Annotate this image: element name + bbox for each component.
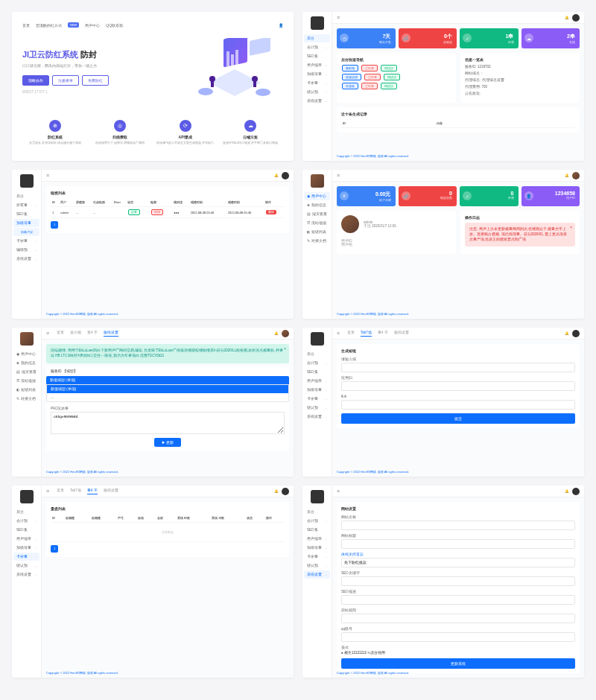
quick-tag[interactable]: 条形规: [342, 65, 358, 71]
menu-toggle-icon[interactable]: ≡: [337, 15, 340, 20]
flush-input[interactable]: [341, 400, 575, 410]
sidebar-item[interactable]: 系统设置⌄: [13, 255, 39, 263]
sidebar-item[interactable]: ▤报灾查看: [304, 210, 330, 218]
user-avatar[interactable]: [572, 172, 580, 179]
tab[interactable]: Tab7场: [70, 489, 81, 494]
dropdown-selected[interactable]: 新值域型 (单项): [46, 376, 289, 384]
tab[interactable]: 首页: [57, 489, 64, 494]
quick-tag[interactable]: 四描款: [381, 65, 397, 71]
delete-button[interactable]: 删除: [266, 210, 276, 214]
user-avatar[interactable]: [572, 14, 580, 22]
sidebar-item[interactable]: 链认预⌄: [304, 561, 330, 570]
pagination[interactable]: 1: [51, 545, 285, 553]
sidebar-item[interactable]: 后台: [13, 508, 39, 516]
free-button[interactable]: 免费防红: [82, 75, 109, 86]
sidebar-item[interactable]: 会计预⌄: [304, 43, 330, 51]
menu-toggle-icon[interactable]: ≡: [46, 173, 49, 178]
avatar[interactable]: [311, 490, 324, 503]
avatar[interactable]: [20, 490, 34, 503]
sidebar-item[interactable]: 用户报率⌄: [13, 535, 39, 543]
pagination[interactable]: 1: [51, 221, 285, 229]
menu-toggle-icon[interactable]: ≡: [337, 331, 340, 336]
save-settings-button[interactable]: 更新系统: [341, 658, 575, 669]
sidebar-item[interactable]: 卡密量⌄: [304, 79, 330, 87]
sidebar-item[interactable]: 卡密量⌄: [304, 553, 330, 561]
sidebar-item[interactable]: 后台: [304, 508, 330, 516]
seo-desc-input[interactable]: [341, 595, 575, 605]
bell-icon[interactable]: 🔔: [565, 489, 569, 493]
sidebar-item[interactable]: ◐短链列表: [304, 228, 330, 236]
sidebar-subitem[interactable]: 加高户议: [13, 228, 39, 236]
sidebar-item[interactable]: ✎对接文档: [304, 237, 330, 245]
sidebar-item[interactable]: 系统设置⌄: [304, 97, 330, 105]
avatar[interactable]: [311, 332, 324, 346]
sidebar-item[interactable]: 用户报率⌄: [304, 61, 330, 69]
user-avatar[interactable]: [282, 172, 289, 179]
quick-tag[interactable]: 三引本: [361, 65, 378, 71]
pac-textarea[interactable]: okbg=969464d: [51, 412, 285, 434]
footer-input[interactable]: [341, 614, 575, 623]
sidebar-item[interactable]: 链认预⌄: [304, 404, 330, 412]
sidebar-item[interactable]: 加级等量⌄: [304, 70, 330, 78]
bell-icon[interactable]: 🔔: [565, 174, 569, 177]
bell-icon[interactable]: 🔔: [565, 16, 569, 19]
sidebar-item[interactable]: 后台: [304, 34, 330, 42]
sidebar-item[interactable]: ◉用户中心: [304, 192, 330, 200]
sidebar-item[interactable]: 系统设置⌄: [304, 413, 330, 421]
sidebar-item[interactable]: ◐短链列表: [13, 386, 39, 394]
site-title-input[interactable]: [341, 539, 575, 549]
menu-toggle-icon[interactable]: ≡: [337, 173, 340, 178]
domain-input[interactable]: [341, 363, 575, 372]
register-button[interactable]: 注册接单: [52, 75, 79, 86]
sidebar-item[interactable]: SEO集: [304, 52, 330, 60]
seo-keywords-input[interactable]: [341, 576, 575, 586]
dropdown-option[interactable]: 新值域型 (单项): [47, 385, 288, 393]
tab[interactable]: Tab7场: [361, 331, 372, 337]
sidebar-item[interactable]: 加级等量⌄: [304, 386, 330, 394]
tab[interactable]: 量4.手: [87, 489, 98, 494]
qq-input[interactable]: [341, 632, 575, 642]
sidebar-item[interactable]: 系统设置⌄: [304, 570, 330, 579]
sidebar-item[interactable]: ▤报灾查看: [13, 368, 39, 376]
sidebar-item[interactable]: 编级预⌄: [13, 246, 39, 254]
sidebar-item[interactable]: SEO集: [304, 368, 330, 376]
sidebar-item[interactable]: 会计预⌄: [304, 359, 330, 367]
tab[interactable]: 基示规: [70, 331, 81, 337]
tab[interactable]: 查4.手: [87, 331, 98, 337]
sidebar-item[interactable]: 卡密量⌄: [304, 395, 330, 403]
submit-button[interactable]: 提交: [341, 413, 575, 424]
nav-item[interactable]: 用户中心: [85, 23, 100, 28]
sidebar-item[interactable]: 系统设置⌄: [13, 570, 39, 579]
sidebar-item[interactable]: 后台: [304, 350, 330, 358]
tab[interactable]: 量4.手: [378, 331, 388, 337]
sidebar-item[interactable]: 卡密量⌄: [13, 553, 39, 561]
sidebar-item[interactable]: 加级等量⌄: [13, 219, 39, 227]
close-icon[interactable]: ×: [284, 347, 286, 352]
sidebar-item[interactable]: 卡密量⌄: [13, 237, 39, 245]
nav-item[interactable]: QQ联系我: [106, 23, 123, 28]
nav-item[interactable]: 首页: [22, 23, 30, 28]
dropdown-option[interactable]: …: [47, 393, 288, 401]
bell-icon[interactable]: 🔔: [274, 174, 279, 177]
tab[interactable]: 服统设置: [394, 331, 409, 337]
sidebar-item[interactable]: 用户报率⌄: [304, 535, 330, 543]
avatar[interactable]: [20, 332, 34, 346]
sidebar-item[interactable]: SEO集: [13, 526, 39, 534]
sidebar-item[interactable]: 所有量⌄: [13, 201, 39, 209]
sidebar-item[interactable]: ◈我的信息: [13, 359, 39, 367]
sidebar-item[interactable]: 会计预⌄: [304, 517, 330, 525]
bell-icon[interactable]: 🔔: [565, 331, 569, 335]
sidebar-item[interactable]: ☰流站场报: [13, 377, 39, 385]
sidebar-item[interactable]: SEO集: [13, 210, 39, 218]
menu-toggle-icon[interactable]: ≡: [46, 331, 49, 336]
sidebar-item[interactable]: 链认预⌄: [13, 561, 39, 570]
primary-cta-button[interactable]: 现略操作: [22, 75, 49, 86]
sidebar-item[interactable]: ◈我的信息: [304, 201, 330, 209]
sidebar-item[interactable]: ✎对接文档: [13, 395, 39, 403]
tab[interactable]: 首页: [57, 331, 64, 337]
sidebar-item[interactable]: SEO集: [304, 526, 330, 534]
site-name-input[interactable]: [341, 521, 575, 530]
avatar[interactable]: [311, 16, 324, 30]
sidebar-item[interactable]: 加级等量⌄: [304, 544, 330, 552]
bell-icon[interactable]: 🔔: [274, 331, 279, 335]
